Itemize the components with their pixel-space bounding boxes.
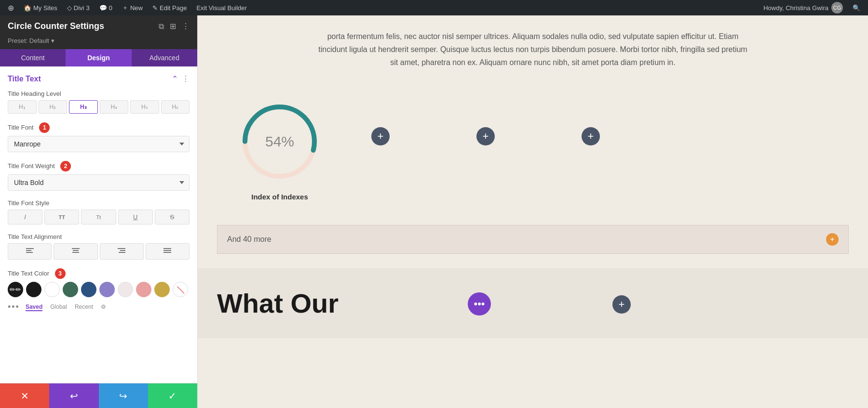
preset-row[interactable]: Preset: Default ▾ <box>0 37 197 49</box>
counter-percent: 54% <box>265 133 294 149</box>
tab-design[interactable]: Design <box>66 49 131 66</box>
font-weight-field: Title Font Weight 2 Ultra Bold <box>8 161 190 191</box>
color-swatch-rose[interactable] <box>136 282 151 297</box>
saved-tab[interactable]: Saved <box>26 303 42 311</box>
and-more-plus[interactable]: + <box>826 233 839 246</box>
edit-icon: ✎ <box>152 4 158 12</box>
font-weight-select[interactable]: Ultra Bold <box>8 174 190 191</box>
exit-visual-builder[interactable]: Exit Visual Builder <box>192 0 251 15</box>
h6-btn[interactable]: H₆ <box>161 100 190 114</box>
color-swatch-light-pink[interactable] <box>118 282 133 297</box>
cancel-button[interactable]: ✕ <box>0 383 49 408</box>
underline-btn[interactable]: U <box>118 210 153 224</box>
search-icon: 🔍 <box>853 4 860 12</box>
comments-menu[interactable]: 💬 0 <box>95 0 116 15</box>
h1-btn[interactable]: H₁ <box>8 100 37 114</box>
color-swatch-slash[interactable]: | <box>173 282 188 297</box>
font-field: Title Font 1 Manrope <box>8 122 190 152</box>
divi-menu[interactable]: ◇ Divi 3 <box>63 0 94 15</box>
font-style-buttons: I TT Tt U S <box>8 210 190 224</box>
content-body: porta fermentum felis, nec auctor nisl s… <box>198 15 868 268</box>
align-center-btn[interactable] <box>54 243 97 260</box>
uppercase-btn[interactable]: TT <box>44 210 79 224</box>
svg-rect-3 <box>72 248 80 249</box>
bottom-section: What Our ••• + <box>198 268 868 338</box>
color-swatch-navy[interactable] <box>81 282 96 297</box>
font-badge: 1 <box>39 122 50 133</box>
tab-advanced[interactable]: Advanced <box>132 49 197 66</box>
font-weight-label: Title Font Weight 2 <box>8 161 190 171</box>
wordpress-icon: ⊕ <box>8 3 14 13</box>
font-select[interactable]: Manrope <box>8 136 190 152</box>
tab-content[interactable]: Content <box>0 49 66 66</box>
save-button[interactable]: ✓ <box>148 383 197 408</box>
font-style-label: Title Font Style <box>8 199 190 207</box>
align-justify-btn[interactable] <box>146 243 190 260</box>
recent-tab[interactable]: Recent <box>75 303 93 311</box>
color-swatch-lavender[interactable] <box>99 282 115 297</box>
font-style-field: Title Font Style I TT Tt U S <box>8 199 190 224</box>
color-swatch-black[interactable] <box>26 282 41 297</box>
more-swatches-btn[interactable]: ••• <box>8 302 20 312</box>
heading-level-label: Title Heading Level <box>8 90 190 97</box>
text-color-badge: 3 <box>55 268 66 279</box>
body-text: porta fermentum felis, nec auctor nisl s… <box>316 30 750 69</box>
color-settings-icon[interactable]: ⚙ <box>101 303 106 311</box>
divi-icon: ◇ <box>67 4 72 12</box>
panel-title: Circle Counter Settings <box>8 21 104 31</box>
h4-btn[interactable]: H₄ <box>100 100 129 114</box>
color-picker-swatch[interactable]: ✏ <box>8 282 23 297</box>
svg-rect-7 <box>120 250 125 251</box>
align-left-btn[interactable] <box>8 243 52 260</box>
redo-button[interactable]: ↪ <box>99 383 148 408</box>
svg-rect-8 <box>119 252 125 253</box>
align-right-btn[interactable] <box>100 243 144 260</box>
italic-btn[interactable]: I <box>8 210 42 224</box>
capitalize-btn[interactable]: Tt <box>81 210 116 224</box>
search-admin[interactable]: 🔍 <box>849 0 864 15</box>
howdy-section[interactable]: Howdy, Christina Gwira CG <box>760 2 847 13</box>
svg-rect-11 <box>163 252 171 253</box>
avatar: CG <box>831 2 843 13</box>
add-section-btn[interactable]: + <box>612 295 631 314</box>
panel-header: Circle Counter Settings ⧉ ⊞ ⋮ <box>0 15 197 37</box>
global-tab[interactable]: Global <box>50 303 67 311</box>
edit-page[interactable]: ✎ Edit Page <box>149 0 190 15</box>
my-sites[interactable]: 🏠 My Sites <box>20 0 61 15</box>
collapse-icon[interactable]: ⌃ <box>172 74 178 83</box>
and-more-row[interactable]: And 40 more + <box>217 225 849 254</box>
new-menu[interactable]: ＋ New <box>118 0 147 15</box>
svg-rect-4 <box>73 250 79 251</box>
text-align-label: Title Text Alignment <box>8 233 190 240</box>
admin-bar-right: Howdy, Christina Gwira CG 🔍 <box>760 0 864 15</box>
section-header: Title Text ⌃ ⋮ <box>8 74 190 83</box>
h3-btn[interactable]: H₃ <box>69 100 98 114</box>
strikethrough-btn[interactable]: S <box>155 210 190 224</box>
purple-fab[interactable]: ••• <box>468 292 491 316</box>
color-swatch-green[interactable] <box>63 282 78 297</box>
bottom-toolbar: ✕ ↩ ↪ ✓ <box>0 383 197 408</box>
dots-icon: ••• <box>474 298 485 310</box>
color-swatch-gold[interactable] <box>154 282 170 297</box>
text-color-label: Title Text Color 3 <box>8 268 190 279</box>
h5-btn[interactable]: H₅ <box>130 100 159 114</box>
copy-icon[interactable]: ⧉ <box>159 22 164 31</box>
layout-icon[interactable]: ⊞ <box>170 22 176 31</box>
undo-button[interactable]: ↩ <box>49 383 98 408</box>
color-swatches: ✏ | <box>8 282 190 297</box>
h2-btn[interactable]: H₂ <box>39 100 68 114</box>
wp-logo[interactable]: ⊕ <box>4 0 18 15</box>
add-column-btn-3[interactable]: + <box>582 127 600 145</box>
section-title: Title Text <box>8 75 41 83</box>
admin-bar: ⊕ 🏠 My Sites ◇ Divi 3 💬 0 ＋ New ✎ Edit P… <box>0 0 868 15</box>
svg-rect-1 <box>26 250 31 251</box>
heading-level-buttons: H₁ H₂ H₃ H₄ H₅ H₆ <box>8 100 190 114</box>
add-column-btn-1[interactable]: + <box>371 127 390 145</box>
pencil-icon: ✏ <box>10 286 15 293</box>
more-icon[interactable]: ⋮ <box>182 22 190 31</box>
text-align-field: Title Text Alignment <box>8 233 190 260</box>
add-column-btn-2[interactable]: + <box>476 127 495 145</box>
color-swatch-white[interactable] <box>44 282 60 297</box>
section-menu-icon[interactable]: ⋮ <box>182 74 190 83</box>
heading-level-field: Title Heading Level H₁ H₂ H₃ H₄ H₅ H₆ <box>8 90 190 114</box>
